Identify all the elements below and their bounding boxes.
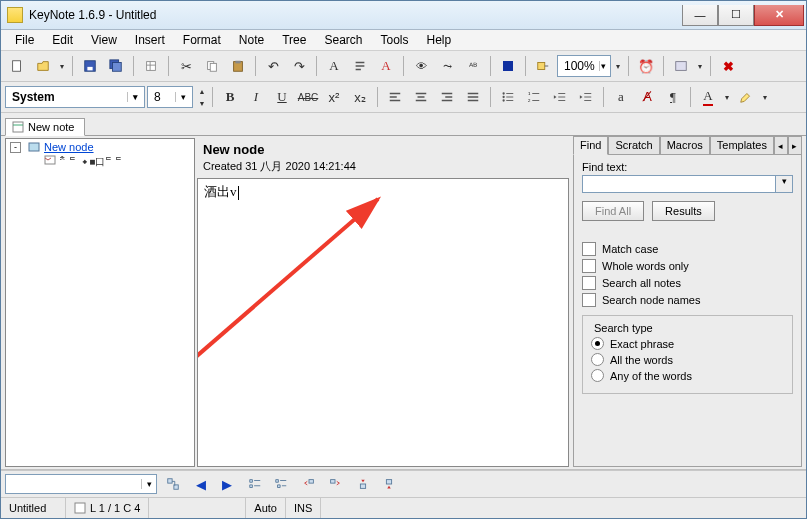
style-combo[interactable]: ▾ bbox=[5, 474, 157, 494]
redo-icon[interactable]: ↷ bbox=[287, 54, 311, 78]
menu-insert[interactable]: Insert bbox=[127, 31, 173, 49]
move-right-icon[interactable] bbox=[323, 472, 347, 496]
side-tab-macros[interactable]: Macros bbox=[660, 136, 710, 154]
justify-icon[interactable] bbox=[461, 85, 485, 109]
outline-2-icon[interactable] bbox=[269, 472, 293, 496]
tree-child-node[interactable]: ᄎᄃ ◆ ■口ᄃᄃ bbox=[6, 155, 194, 169]
results-button[interactable]: Results bbox=[652, 201, 715, 221]
cut-icon[interactable]: ✂ bbox=[174, 54, 198, 78]
clear-format-icon[interactable]: A̸ bbox=[635, 85, 659, 109]
side-tab-scroll-right[interactable]: ▸ bbox=[788, 136, 802, 154]
options-icon[interactable] bbox=[669, 54, 693, 78]
tree-root-label[interactable]: New node bbox=[44, 141, 94, 153]
save-all-icon[interactable] bbox=[104, 54, 128, 78]
move-left-icon[interactable] bbox=[297, 472, 321, 496]
menu-file[interactable]: File bbox=[7, 31, 42, 49]
nav-back-icon[interactable]: ◀ bbox=[189, 472, 213, 496]
copy-icon[interactable] bbox=[200, 54, 224, 78]
outdent-icon[interactable] bbox=[548, 85, 572, 109]
close-button[interactable]: ✕ bbox=[754, 5, 804, 26]
bottom-toolbar: ▾ ◀ ▶ bbox=[1, 470, 806, 497]
maximize-button[interactable]: ☐ bbox=[718, 5, 754, 26]
tree-panel[interactable]: - New node ᄎᄃ ◆ ■口ᄃᄃ bbox=[5, 138, 195, 467]
numbering-icon[interactable]: 12 bbox=[522, 85, 546, 109]
radio-all-words[interactable]: All the words bbox=[591, 353, 784, 366]
tree-root-node[interactable]: - New node bbox=[6, 139, 194, 155]
underline-button[interactable]: U bbox=[270, 85, 294, 109]
subscript-button[interactable]: x₂ bbox=[348, 85, 372, 109]
font-name-combo[interactable]: System ▾ bbox=[5, 86, 145, 108]
font-color-icon[interactable]: A bbox=[696, 85, 720, 109]
side-tab-scratch[interactable]: Scratch bbox=[608, 136, 659, 154]
find-history-dropdown[interactable]: ▾ bbox=[776, 175, 793, 193]
highlight-color-dropdown-icon[interactable]: ▾ bbox=[760, 85, 770, 109]
find-next-icon[interactable]: ⤳ bbox=[435, 54, 459, 78]
side-tab-templates[interactable]: Templates bbox=[710, 136, 774, 154]
alarm-icon[interactable]: ⏰ bbox=[634, 54, 658, 78]
menu-tools[interactable]: Tools bbox=[372, 31, 416, 49]
superscript-button[interactable]: x² bbox=[322, 85, 346, 109]
align-center-icon[interactable] bbox=[409, 85, 433, 109]
bold-button[interactable]: B bbox=[218, 85, 242, 109]
highlight-icon[interactable]: A bbox=[374, 54, 398, 78]
collapse-icon[interactable]: - bbox=[10, 142, 21, 153]
editor-body[interactable]: 酒出v bbox=[197, 178, 569, 467]
italic-button[interactable]: I bbox=[244, 85, 268, 109]
font-dialog-icon[interactable]: A bbox=[322, 54, 346, 78]
bullets-icon[interactable] bbox=[496, 85, 520, 109]
search-node-names-check[interactable]: Search node names bbox=[582, 293, 793, 307]
radio-any-words[interactable]: Any of the words bbox=[591, 369, 784, 382]
menu-edit[interactable]: Edit bbox=[44, 31, 81, 49]
strike-button[interactable]: ABC bbox=[296, 85, 320, 109]
side-tab-find[interactable]: Find bbox=[573, 136, 608, 155]
move-up-icon[interactable] bbox=[351, 472, 375, 496]
highlight-color-icon[interactable] bbox=[734, 85, 758, 109]
content-area: - New node ᄎᄃ ◆ ■口ᄃᄃ New node Created 31… bbox=[1, 136, 806, 470]
radio-exact-phrase[interactable]: Exact phrase bbox=[591, 337, 784, 350]
indent-icon[interactable] bbox=[574, 85, 598, 109]
find-icon[interactable]: 👁 bbox=[409, 54, 433, 78]
menu-note[interactable]: Note bbox=[231, 31, 272, 49]
font-size-combo[interactable]: 8 ▾ bbox=[147, 86, 193, 108]
menu-format[interactable]: Format bbox=[175, 31, 229, 49]
font-size-up-icon[interactable]: ▲ bbox=[195, 85, 209, 97]
menu-view[interactable]: View bbox=[83, 31, 125, 49]
align-left-icon[interactable] bbox=[383, 85, 407, 109]
menu-help[interactable]: Help bbox=[419, 31, 460, 49]
new-file-icon[interactable] bbox=[5, 54, 29, 78]
paragraph-icon[interactable] bbox=[348, 54, 372, 78]
minimize-button[interactable]: — bbox=[682, 5, 718, 26]
delete-icon[interactable]: ✖ bbox=[716, 54, 740, 78]
save-icon[interactable] bbox=[78, 54, 102, 78]
paste-icon[interactable] bbox=[226, 54, 250, 78]
move-down-icon[interactable] bbox=[377, 472, 401, 496]
find-all-button[interactable]: Find All bbox=[582, 201, 644, 221]
menu-search[interactable]: Search bbox=[316, 31, 370, 49]
side-tab-scroll-left[interactable]: ◂ bbox=[774, 136, 788, 154]
search-all-notes-check[interactable]: Search all notes bbox=[582, 276, 793, 290]
open-file-icon[interactable] bbox=[31, 54, 55, 78]
note-tab[interactable]: New note bbox=[5, 118, 85, 136]
whole-words-check[interactable]: Whole words only bbox=[582, 259, 793, 273]
zoom-combo[interactable]: 100% ▾ bbox=[557, 55, 611, 77]
note-settings-icon[interactable] bbox=[139, 54, 163, 78]
nav-fwd-icon[interactable]: ▶ bbox=[215, 472, 239, 496]
style-apply-icon[interactable] bbox=[531, 54, 555, 78]
menu-tree[interactable]: Tree bbox=[274, 31, 314, 49]
tree-view-icon[interactable] bbox=[161, 472, 185, 496]
open-dropdown-icon[interactable]: ▾ bbox=[57, 54, 67, 78]
outline-1-icon[interactable] bbox=[243, 472, 267, 496]
font-bg-icon[interactable]: a bbox=[609, 85, 633, 109]
align-right-icon[interactable] bbox=[435, 85, 459, 109]
replace-icon[interactable]: ᴬᴮ bbox=[461, 54, 485, 78]
font-size-down-icon[interactable]: ▼ bbox=[195, 97, 209, 109]
match-case-check[interactable]: Match case bbox=[582, 242, 793, 256]
zoom-dropdown-icon[interactable]: ▾ bbox=[613, 54, 623, 78]
undo-icon[interactable]: ↶ bbox=[261, 54, 285, 78]
font-color-dropdown-icon[interactable]: ▾ bbox=[722, 85, 732, 109]
paragraph-marks-icon[interactable]: ¶ bbox=[661, 85, 685, 109]
options-dropdown-icon[interactable]: ▾ bbox=[695, 54, 705, 78]
find-text-label: Find text: bbox=[582, 161, 627, 173]
color-square-icon[interactable] bbox=[496, 54, 520, 78]
find-text-input[interactable] bbox=[582, 175, 776, 193]
